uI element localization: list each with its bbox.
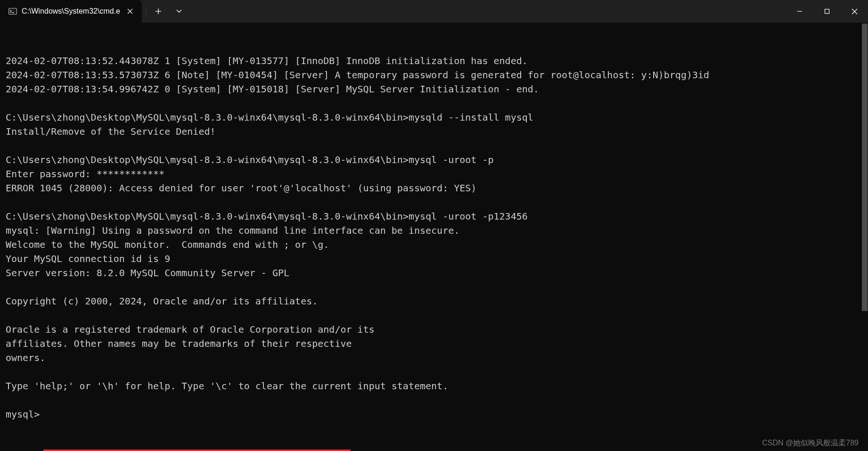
terminal-icon — [8, 8, 17, 15]
titlebar-drag-region[interactable] — [189, 0, 786, 23]
terminal-line: 2024-02-07T08:13:54.996742Z 0 [System] [… — [6, 82, 862, 96]
window-controls — [786, 0, 868, 23]
terminal-line: affiliates. Other names may be trademark… — [6, 336, 862, 351]
terminal-line: Welcome to the MySQL monitor. Commands e… — [6, 238, 862, 252]
terminal-line: mysql: [Warning] Using a password on the… — [6, 223, 862, 238]
terminal-line: owners. — [6, 351, 862, 365]
tab-actions — [142, 0, 189, 23]
scrollbar-track[interactable] — [861, 23, 868, 451]
close-button[interactable] — [841, 0, 868, 23]
terminal-line: Enter password: ************ — [6, 167, 862, 181]
terminal-line — [6, 393, 862, 407]
terminal-line: 2024-02-07T08:13:53.573073Z 6 [Note] [MY… — [6, 68, 862, 82]
terminal-line: Oracle is a registered trademark of Orac… — [6, 322, 862, 336]
terminal-line: 2024-02-07T08:13:52.443078Z 1 [System] [… — [6, 54, 862, 68]
terminal-line: Type 'help;' or '\h' for help. Type '\c'… — [6, 379, 862, 393]
terminal-line: Copyright (c) 2000, 2024, Oracle and/or … — [6, 294, 862, 308]
svg-rect-0 — [9, 8, 17, 15]
minimize-button[interactable] — [786, 0, 813, 23]
terminal-line: C:\Users\zhong\Desktop\MySQL\mysql-8.3.0… — [6, 110, 862, 124]
terminal-line — [6, 365, 862, 379]
scrollbar-thumb[interactable] — [862, 24, 868, 311]
maximize-button[interactable] — [813, 0, 841, 23]
terminal-output[interactable]: 2024-02-07T08:13:52.443078Z 1 [System] [… — [0, 23, 868, 451]
terminal-line — [6, 96, 862, 110]
terminal-line: Install/Remove of the Service Denied! — [6, 124, 862, 139]
terminal-line: mysql> — [6, 407, 862, 421]
window: C:\Windows\System32\cmd.e — [0, 0, 868, 451]
terminal-line — [6, 195, 862, 209]
new-tab-button[interactable] — [148, 0, 169, 23]
terminal-line — [6, 308, 862, 322]
titlebar: C:\Windows\System32\cmd.e — [0, 0, 868, 23]
terminal-line: C:\Users\zhong\Desktop\MySQL\mysql-8.3.0… — [6, 153, 862, 167]
tab-active[interactable]: C:\Windows\System32\cmd.e — [0, 0, 142, 23]
terminal-line — [6, 280, 862, 294]
terminal-line: C:\Users\zhong\Desktop\MySQL\mysql-8.3.0… — [6, 209, 862, 223]
terminal-line — [6, 139, 862, 153]
terminal-line: Server version: 8.2.0 MySQL Community Se… — [6, 266, 862, 280]
tab-dropdown-button[interactable] — [169, 0, 189, 23]
terminal-line: Your MySQL connection id is 9 — [6, 252, 862, 266]
tab-divider — [146, 6, 146, 16]
tab-close-button[interactable] — [125, 6, 135, 16]
tab-title: C:\Windows\System32\cmd.e — [22, 7, 120, 16]
terminal-line: ERROR 1045 (28000): Access denied for us… — [6, 181, 862, 195]
svg-rect-7 — [825, 9, 829, 14]
